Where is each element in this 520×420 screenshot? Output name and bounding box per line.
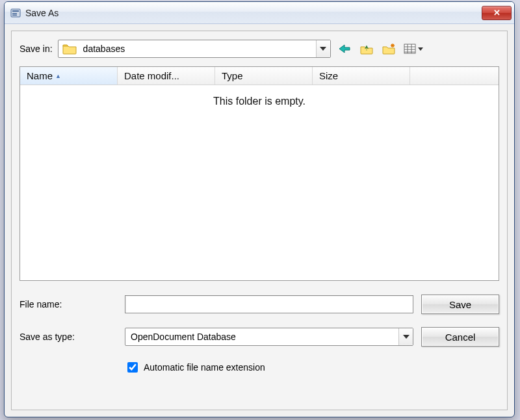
save-as-dialog: Save As ✕ Save in: databases (4, 1, 515, 417)
save-in-dropdown-button[interactable] (316, 40, 330, 57)
file-list-body[interactable]: This folder is empty. (20, 85, 499, 280)
empty-folder-message: This folder is empty. (213, 96, 306, 107)
save-as-type-combo[interactable]: OpenDocument Database (125, 328, 413, 346)
column-date-modified[interactable]: Date modif... (118, 67, 215, 85)
column-spacer (410, 67, 499, 85)
chevron-down-icon (403, 335, 410, 339)
svg-rect-3 (12, 14, 17, 16)
back-arrow-icon (338, 44, 351, 54)
save-as-type-label: Save as type: (20, 332, 117, 342)
view-menu-icon (404, 43, 423, 55)
column-headers: Name ▲ Date modif... Type Size (20, 67, 499, 85)
column-size-label: Size (319, 70, 338, 81)
save-button[interactable]: Save (421, 295, 499, 314)
save-as-type-value: OpenDocument Database (125, 332, 398, 342)
file-name-label: File name: (20, 299, 117, 309)
bottom-form: File name: Save Save as type: OpenDocume… (20, 293, 499, 377)
column-name-label: Name (27, 70, 53, 81)
cancel-button[interactable]: Cancel (421, 327, 499, 347)
auto-extension-checkbox[interactable]: Automatic file name extension (125, 360, 413, 374)
column-name[interactable]: Name ▲ (20, 67, 118, 85)
column-type-label: Type (222, 70, 243, 81)
view-menu-button[interactable] (402, 40, 424, 57)
file-list: Name ▲ Date modif... Type Size This fold… (20, 66, 499, 281)
sort-ascending-icon: ▲ (55, 73, 61, 79)
column-date-label: Date modif... (124, 70, 179, 81)
up-one-level-button[interactable] (358, 40, 375, 57)
titlebar: Save As ✕ (5, 2, 514, 24)
svg-rect-1 (12, 10, 19, 12)
new-folder-icon (382, 43, 396, 55)
auto-extension-checkbox-input[interactable] (127, 362, 138, 373)
svg-rect-2 (12, 13, 17, 14)
new-folder-button[interactable] (380, 40, 397, 57)
app-icon (10, 7, 21, 19)
auto-extension-label: Automatic file name extension (144, 362, 265, 373)
dialog-body: Save in: databases (11, 31, 508, 410)
location-row: Save in: databases (20, 38, 499, 60)
file-name-input[interactable] (125, 295, 413, 313)
save-in-folder-name: databases (81, 44, 316, 54)
chevron-down-icon (320, 47, 326, 51)
column-type[interactable]: Type (215, 67, 313, 85)
window-title: Save As (25, 8, 482, 18)
close-icon: ✕ (493, 8, 500, 18)
save-in-combo[interactable]: databases (58, 40, 331, 58)
folder-icon (62, 43, 77, 55)
save-in-label: Save in: (20, 44, 53, 54)
close-button[interactable]: ✕ (482, 6, 512, 20)
up-folder-icon (359, 43, 374, 55)
back-button[interactable] (336, 40, 353, 57)
save-as-type-dropdown-button[interactable] (398, 328, 413, 345)
column-size[interactable]: Size (313, 67, 410, 85)
